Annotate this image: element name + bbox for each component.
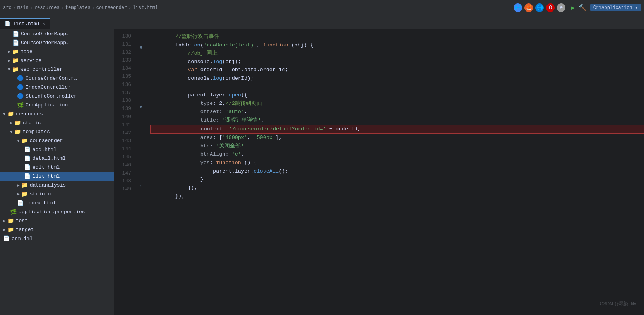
sidebar-item-resources[interactable]: ▼ 📁 resources: [0, 110, 114, 118]
sidebar-item-stuinfo[interactable]: ▶ 📁 stuinfo: [0, 190, 114, 199]
code-line-137: parent.layer.open({: [150, 91, 644, 99]
tab-list-html[interactable]: 📄 list.html ×: [0, 18, 50, 29]
gutter-146: [139, 191, 144, 201]
sidebar-item-stuinfocontroller[interactable]: 🔵 StuInfoController: [0, 92, 114, 101]
folder-icon: 📁: [14, 128, 21, 135]
ie-icon[interactable]: e: [557, 3, 565, 12]
breadcrumb-file: list.html: [133, 5, 158, 10]
sidebar-item-indexcontroller[interactable]: 🔵 IndexController: [0, 83, 114, 92]
html-icon: 📄: [17, 200, 24, 206]
gutter-fold-145[interactable]: ⊖: [139, 181, 144, 191]
collapse-arrow: ▶: [17, 192, 20, 197]
file-tree: 📄 CourseOrderMapp… 📄 CourseOrderMapp… ▶ …: [0, 29, 114, 315]
code-editor[interactable]: //监听行双击事件 table.on('rowDouble(test)', fu…: [147, 29, 644, 315]
folder-icon: 📁: [21, 137, 28, 144]
gutter-fold-137[interactable]: ⊖: [139, 102, 144, 112]
folder-icon: 📁: [21, 191, 28, 197]
tab-file-icon: 📄: [5, 21, 10, 27]
gutter-138: [139, 112, 144, 122]
folder-icon: 📁: [7, 217, 14, 224]
folder-icon: 📁: [7, 111, 14, 117]
gutter-141: [139, 142, 144, 152]
gutter-134: [139, 72, 144, 82]
tab-label: list.html: [13, 21, 40, 27]
folder-icon: 📁: [12, 48, 19, 55]
props-icon: 🌿: [10, 209, 17, 215]
sidebar-item-app-props[interactable]: 🌿 application.properties: [0, 207, 114, 216]
code-line-145: yes: function () {: [150, 159, 644, 167]
watermark: CSDN @墨染_lily: [600, 301, 636, 307]
edge-icon[interactable]: 🌐: [535, 3, 544, 12]
sidebar-item-service[interactable]: ▶ 📁 service: [0, 56, 114, 65]
code-line-146: parent.layer.closeAll();: [150, 167, 644, 176]
gutter-132: [139, 52, 144, 62]
sidebar-item-add-html[interactable]: 📄 add.html: [0, 145, 114, 154]
sidebar-item-index-html[interactable]: 📄 index.html: [0, 199, 114, 207]
iml-icon: 📄: [3, 235, 10, 242]
chrome-icon[interactable]: 🌐: [514, 3, 522, 12]
collapse-arrow: ▼: [8, 67, 10, 72]
spring-icon: 🌿: [17, 102, 24, 108]
code-line-139: offset: 'auto',: [150, 108, 644, 116]
opera-icon[interactable]: O: [546, 3, 555, 12]
app-name: CrmApplication ▾: [590, 4, 641, 11]
code-line-141: content: '/courseorder/detail?order_id='…: [150, 125, 644, 134]
java-ctrl-icon: 🔵: [17, 75, 24, 82]
build-button[interactable]: 🔨: [579, 4, 586, 12]
sidebar-item-test[interactable]: ▶ 📁 test: [0, 216, 114, 225]
code-line-136: [150, 83, 644, 91]
folder-icon: 📁: [12, 66, 19, 73]
code-line-138: type: 2,//2跳转到页面: [150, 99, 644, 108]
java-mapper-icon: 📄: [12, 39, 19, 46]
folder-icon: 📁: [7, 226, 14, 233]
html-icon: 📄: [24, 146, 31, 153]
sidebar-item-crm-iml[interactable]: 📄 crm.iml: [0, 234, 114, 243]
code-line-132: //obj 同上: [150, 49, 644, 58]
tab-close-button[interactable]: ×: [42, 22, 45, 26]
sidebar-item-model[interactable]: ▶ 📁 model: [0, 47, 114, 56]
html-icon: 📄: [24, 173, 31, 180]
gutter-143: [139, 161, 144, 171]
collapse-arrow: ▶: [17, 183, 20, 188]
main-layout: 📄 CourseOrderMapp… 📄 CourseOrderMapp… ▶ …: [0, 29, 644, 315]
sidebar-item-courseordermapp1[interactable]: 📄 CourseOrderMapp…: [0, 29, 114, 38]
gutter-135: [139, 82, 144, 92]
java-ctrl-icon: 🔵: [17, 84, 24, 91]
sidebar-item-crmapplication[interactable]: 🌿 CrmApplication: [0, 101, 114, 110]
code-line-134: var orderId = obj.data.order_id;: [150, 66, 644, 74]
editor: 130 131 132 133 134 135 136 137 138 139 …: [114, 29, 644, 315]
folder-icon: 📁: [14, 120, 21, 126]
gutter-136: [139, 92, 144, 102]
firefox-icon[interactable]: 🦊: [524, 3, 533, 12]
sidebar-item-target[interactable]: ▶ 📁 target: [0, 225, 114, 234]
collapse-arrow: ▶: [8, 58, 10, 63]
line-numbers: 130 131 132 133 134 135 136 137 138 139 …: [114, 29, 135, 315]
collapse-arrow: ▶: [3, 227, 6, 232]
code-line-142: area: ['1000px', '500px'],: [150, 134, 644, 142]
sidebar-item-web-controller[interactable]: ▼ 📁 web.controller: [0, 65, 114, 74]
gutter-147: [139, 201, 144, 211]
breadcrumb-resources: resources: [34, 5, 60, 10]
run-button[interactable]: ▶: [571, 4, 575, 12]
gutter-fold-131[interactable]: ⊖: [139, 43, 144, 53]
breadcrumb-templates: templates: [65, 5, 91, 10]
code-line-143: btn: '关闭全部',: [150, 142, 644, 151]
code-line-144: btnAlign: 'c',: [150, 150, 644, 159]
breadcrumb-src: src: [3, 5, 12, 10]
collapse-arrow: ▼: [3, 112, 6, 116]
tab-bar: 📄 list.html ×: [0, 15, 644, 29]
java-ctrl-icon: 🔵: [17, 93, 24, 99]
gutter-139: [139, 122, 144, 132]
sidebar-item-detail-html[interactable]: 📄 detail.html: [0, 154, 114, 163]
sidebar-item-courseordercontroller[interactable]: 🔵 CourseOrderContr…: [0, 74, 114, 83]
sidebar-item-courseorder[interactable]: ▼ 📁 courseorder: [0, 136, 114, 145]
gutter: ⊖ ⊖ ⊖: [135, 29, 147, 315]
sidebar-item-list-html[interactable]: 📄 list.html: [0, 172, 114, 181]
collapse-arrow: ▶: [3, 218, 6, 223]
sidebar-item-templates[interactable]: ▼ 📁 templates: [0, 127, 114, 136]
sidebar-item-static[interactable]: ▶ 📁 static: [0, 118, 114, 127]
sidebar-item-edit-html[interactable]: 📄 edit.html: [0, 163, 114, 172]
sidebar-item-courseordermapp2[interactable]: 📄 CourseOrderMapp…: [0, 38, 114, 47]
code-line-135: console.log(orderId);: [150, 74, 644, 83]
sidebar-item-dataanalysis[interactable]: ▶ 📁 dataanalysis: [0, 181, 114, 190]
